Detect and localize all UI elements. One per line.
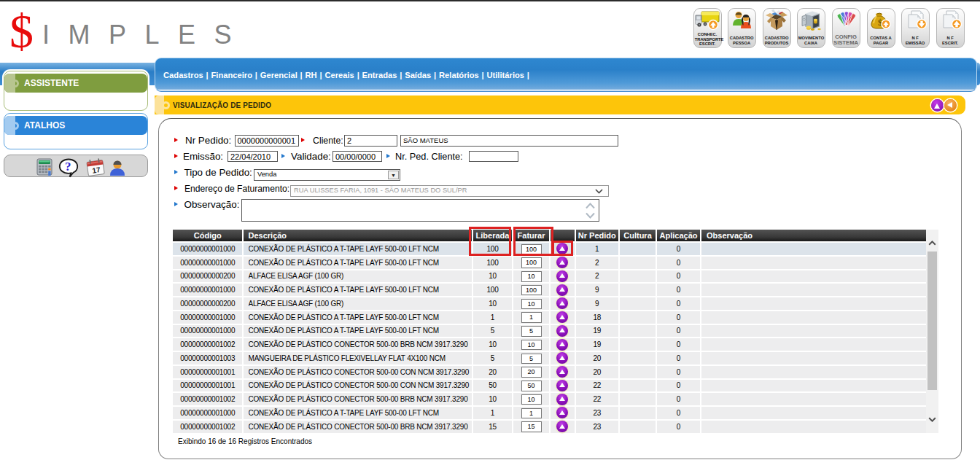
svg-text:?: ? — [65, 160, 71, 173]
svg-text:17: 17 — [92, 165, 101, 175]
